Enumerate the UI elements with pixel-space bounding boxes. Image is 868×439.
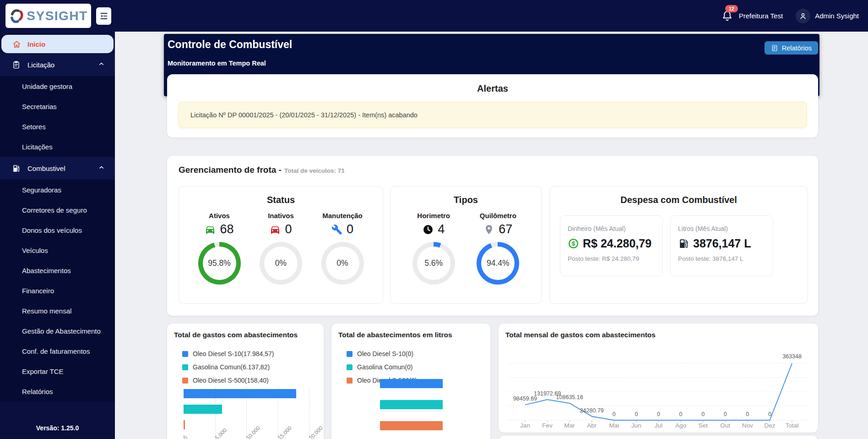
- menu-fold-icon: [99, 11, 108, 21]
- tools-icon: [331, 224, 342, 235]
- legend-label: Oleo Diesel S-10(17.984,57): [193, 350, 274, 357]
- alerts-card: Alertas Licitação Nº DP 00001/2025 - (20…: [167, 74, 818, 137]
- fuel-expense-panel: Despesa com Combustível Dinheiro (Mês At…: [549, 186, 808, 304]
- sidebar-item-label: Corretores de seguro: [22, 206, 87, 214]
- sidebar-item-licitacoes[interactable]: Licitações: [0, 137, 115, 157]
- metric-donut-ring: 5.6%: [412, 242, 455, 285]
- sidebar-item-seguradoras[interactable]: Seguradoras: [0, 180, 115, 200]
- liters-label: Litros (Mês Atual): [678, 225, 765, 232]
- svg-text:Total: Total: [786, 422, 799, 429]
- sidebar-item-setores[interactable]: Setores: [0, 116, 115, 137]
- svg-text:Mar: Mar: [564, 422, 575, 429]
- sidebar-item-inicio[interactable]: Inicio: [1, 35, 114, 53]
- svg-text:24280.79: 24280.79: [580, 407, 604, 414]
- sidebar-item-label: Resumo mensal: [22, 307, 71, 315]
- money-note: Posto teste: R$ 24.280,79: [568, 255, 655, 262]
- types-panel-title: Tipos: [391, 195, 541, 205]
- alert-message: Licitação Nº DP 00001/2025 - (20/01/2025…: [178, 102, 807, 128]
- next-card-partial: [499, 436, 818, 439]
- brand-name: SYSIGHT: [27, 9, 87, 23]
- types-columns: Horimetro45.6%Quilômetro6794.4%: [391, 212, 541, 285]
- tenant-name: Prefeitura Test: [739, 12, 783, 20]
- metric-value: 67: [499, 222, 512, 236]
- svg-text:Nov: Nov: [742, 422, 753, 429]
- fleet-management-card: Gerenciamento de frota -Total de veículo…: [167, 156, 818, 316]
- metric-donut-ring: 0%: [321, 242, 364, 285]
- svg-text:0: 0: [724, 411, 727, 417]
- svg-text:Fev: Fev: [542, 422, 553, 429]
- status-inativos: Inativos00%: [260, 212, 302, 285]
- page-subtitle: Monitoramento em Tempo Real: [168, 60, 266, 67]
- metric-value-row: 0: [331, 222, 353, 236]
- bar-gasolina-comun: [184, 405, 222, 414]
- user-menu[interactable]: Admin Sysight: [783, 9, 859, 23]
- metric-donut-ring: 95.8%: [198, 242, 241, 285]
- legend-item-oleo-diesel-s-10[interactable]: Oleo Diesel S-10(17.984,57): [182, 350, 274, 357]
- sidebar-item-gestao-de-abastecimento[interactable]: Gestão de Abastecimento: [0, 321, 115, 341]
- svg-text:Out: Out: [720, 422, 730, 429]
- svg-text:Ago: Ago: [675, 422, 686, 429]
- clipboard-icon: [12, 60, 21, 69]
- sidebar-item-exportar-tce[interactable]: Exportar TCE: [0, 361, 115, 381]
- notifications-button[interactable]: 12: [722, 10, 733, 22]
- sidebar-item-label: Unidade gestora: [22, 82, 72, 90]
- metric-label: Ativos: [209, 212, 230, 220]
- legend-item-oleo-diesel-s-500[interactable]: Oleo Diesel S-500(158,40): [182, 377, 274, 384]
- sidebar-item-veiculos[interactable]: Veículos: [0, 240, 115, 260]
- sidebar-item-label: Secretarias: [22, 103, 57, 110]
- bar-oleo-diesel-s-500: [184, 420, 185, 429]
- metric-value-row: 67: [483, 222, 512, 236]
- liters-expense-card: Litros (Mês Atual) 3876,147 L Posto test…: [670, 215, 773, 276]
- sidebar-item-resumo-mensal[interactable]: Resumo mensal: [0, 301, 115, 321]
- sidebar-item-donos-dos-veiculos[interactable]: Donos dos veículos: [0, 220, 115, 240]
- metric-donut-ring: 94.4%: [477, 242, 519, 285]
- sidebar-item-unidade-gestora[interactable]: Unidade gestora: [0, 76, 115, 96]
- axis-tick-label: 15.000: [277, 425, 293, 439]
- sidebar-item-label: Donos dos veículos: [22, 226, 82, 234]
- types-panel: Tipos Horimetro45.6%Quilômetro6794.4%: [390, 186, 542, 304]
- legend-label: Gasolina Comun(0): [357, 363, 412, 371]
- legend-item-oleo-diesel-s-10[interactable]: Oleo Diesel S-10(0): [347, 350, 413, 357]
- sidebar-section-licitacao[interactable]: Licitação: [0, 53, 115, 76]
- sidebar-item-label: Exportar TCE: [22, 368, 64, 375]
- sidebar-item-conf-de-faturamentos[interactable]: Conf. de faturamentos: [0, 341, 115, 361]
- svg-text:Jul: Jul: [655, 422, 662, 429]
- legend-swatch: [182, 351, 188, 357]
- sidebar-item-abastecimentos[interactable]: Abastecimentos: [0, 260, 115, 280]
- fuel-pump-icon: [678, 238, 689, 249]
- sidebar-item-secretarias[interactable]: Secretarias: [0, 96, 115, 116]
- money-label: Dinheiro (Mês Atual): [568, 225, 655, 232]
- svg-text:Jun: Jun: [631, 422, 641, 429]
- metric-value: 0: [285, 222, 292, 236]
- metric-donut-ring: 0%: [260, 242, 302, 285]
- metric-value-row: 68: [205, 222, 233, 236]
- brand-logo[interactable]: SYSIGHT: [5, 4, 91, 28]
- legend-item-gasolina-comun[interactable]: Gasolina Comun(6.137,82): [182, 363, 274, 371]
- legend-label: Gasolina Comun(6.137,82): [193, 363, 270, 371]
- legend-swatch: [347, 351, 353, 357]
- bar-oleo-diesel-s-500: [380, 421, 443, 430]
- metric-value: 68: [220, 222, 233, 236]
- metric-label: Horimetro: [417, 212, 450, 220]
- legend-item-gasolina-comun[interactable]: Gasolina Comun(0): [347, 363, 412, 371]
- app-root: SYSIGHT 12 Prefeitura Test Admi: [0, 0, 868, 439]
- money-value: R$ 24.280,79: [583, 237, 651, 250]
- home-icon: [12, 40, 21, 49]
- sidebar-item-label: Licitações: [22, 143, 53, 151]
- sidebar-section-combustivel[interactable]: Combustivel: [0, 157, 115, 180]
- page-title: Controle de Combustível: [168, 38, 292, 51]
- expenses-chart-legend: Oleo Diesel S-10(17.984,57)Gasolina Comu…: [182, 350, 286, 390]
- metric-percent: 5.6%: [412, 242, 455, 285]
- reports-button[interactable]: Relatórios: [765, 41, 818, 55]
- svg-text:Set: Set: [699, 422, 708, 429]
- svg-text:0: 0: [746, 411, 749, 417]
- sidebar-item-relatorios[interactable]: Relatórios: [0, 381, 115, 401]
- svg-text:$: $: [572, 241, 575, 247]
- sidebar-item-financeiro[interactable]: Financeiro: [0, 280, 115, 301]
- svg-text:0: 0: [613, 411, 616, 417]
- svg-text:0: 0: [701, 411, 705, 417]
- metric-value: 0: [347, 222, 353, 236]
- sidebar-item-corretores-de-seguro[interactable]: Corretores de seguro: [0, 200, 115, 220]
- chevron-up-icon: [98, 60, 105, 69]
- sidebar-toggle-button[interactable]: [96, 7, 111, 25]
